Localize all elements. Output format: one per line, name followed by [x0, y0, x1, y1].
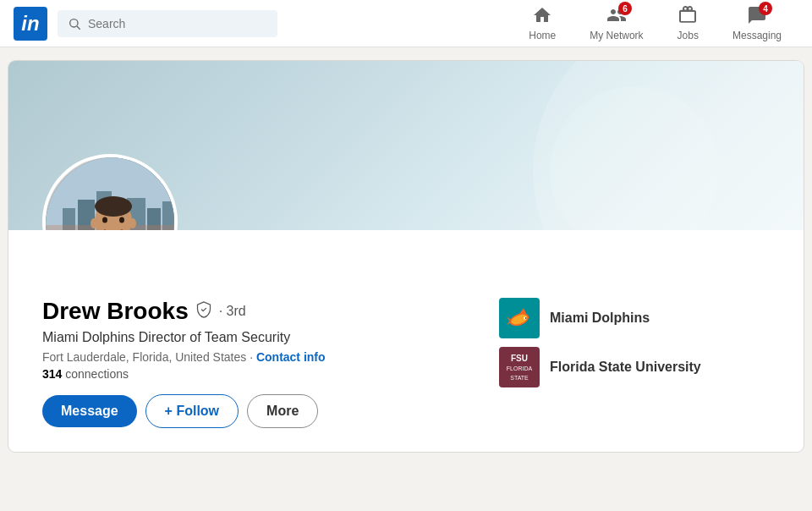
connections-count: 314	[42, 367, 62, 381]
linkedin-logo[interactable]: in	[14, 7, 47, 41]
home-icon-wrap	[532, 5, 552, 28]
nav-item-my-network[interactable]: 6 My Network	[573, 0, 660, 47]
location-text: Fort Lauderdale, Florida, United States	[42, 350, 246, 364]
profile-card: Drew Brooks · 3rd Miami Dolphins Directo…	[8, 61, 804, 452]
dolphins-name: Miami Dolphins	[550, 310, 650, 326]
nav-item-home[interactable]: Home	[512, 0, 573, 47]
svg-point-18	[91, 218, 97, 228]
my-network-icon-wrap: 6	[606, 5, 627, 28]
shield-check-icon	[195, 301, 212, 318]
search-icon	[68, 17, 81, 30]
profile-title: Miami Dolphins Director of Team Security	[42, 330, 326, 345]
profile-location: Fort Lauderdale, Florida, United States …	[42, 350, 326, 364]
nav-items: Home 6 My Network Jobs	[512, 0, 798, 47]
affiliation-item-dolphins[interactable]: Miami Dolphins	[499, 298, 770, 338]
degree-badge: · 3rd	[219, 304, 246, 319]
verified-icon	[195, 301, 212, 322]
profile-name: Drew Brooks	[42, 298, 189, 325]
dot-separator: ·	[250, 350, 256, 364]
jobs-label: Jobs	[678, 30, 699, 41]
affiliation-item-fsu[interactable]: FSUFLORIDA STATE Florida State Universit…	[499, 347, 770, 387]
profile-banner	[8, 61, 804, 230]
avatar	[42, 154, 178, 230]
dolphins-logo-svg	[502, 301, 536, 335]
svg-point-12	[95, 196, 132, 217]
jobs-icon-wrap	[678, 5, 698, 28]
messaging-label: Messaging	[732, 30, 782, 41]
avatar-svg	[46, 157, 178, 230]
nav-item-jobs[interactable]: Jobs	[661, 0, 716, 47]
svg-point-0	[70, 19, 78, 26]
fsu-logo-text: FSUFLORIDA STATE	[499, 354, 540, 382]
messaging-icon-wrap: 4	[747, 5, 767, 28]
search-input[interactable]	[88, 17, 267, 30]
linkedin-logo-text: in	[21, 14, 39, 34]
svg-point-16	[102, 217, 107, 223]
contact-info-link[interactable]: Contact info	[256, 350, 326, 364]
profile-left: Drew Brooks · 3rd Miami Dolphins Directo…	[42, 298, 326, 428]
navbar: in Home 6 My Network	[0, 0, 812, 47]
svg-point-19	[129, 218, 136, 228]
svg-point-17	[119, 217, 124, 223]
my-network-badge: 6	[618, 2, 632, 15]
name-row: Drew Brooks · 3rd	[42, 298, 326, 325]
avatar-image	[46, 157, 178, 230]
svg-point-24	[525, 317, 527, 319]
home-icon	[532, 5, 552, 25]
message-button[interactable]: Message	[42, 395, 137, 427]
messaging-badge: 4	[759, 2, 772, 15]
profile-connections: 314 connections	[42, 367, 326, 381]
profile-main: Drew Brooks · 3rd Miami Dolphins Directo…	[42, 298, 770, 428]
svg-line-1	[77, 26, 80, 30]
my-network-label: My Network	[590, 30, 643, 41]
fsu-logo: FSUFLORIDA STATE	[499, 347, 540, 387]
fsu-name: Florida State University	[550, 360, 701, 375]
home-label: Home	[529, 30, 556, 41]
profile-affiliations: Miami Dolphins FSUFLORIDA STATE Florida …	[499, 298, 770, 387]
dolphins-logo	[499, 298, 540, 338]
follow-button[interactable]: + Follow	[145, 394, 239, 428]
jobs-icon	[678, 5, 698, 25]
action-buttons: Message + Follow More	[42, 394, 326, 428]
search-bar[interactable]	[58, 10, 277, 37]
nav-item-messaging[interactable]: 4 Messaging	[716, 0, 798, 47]
profile-content: Drew Brooks · 3rd Miami Dolphins Directo…	[8, 230, 804, 452]
more-button[interactable]: More	[247, 394, 318, 428]
